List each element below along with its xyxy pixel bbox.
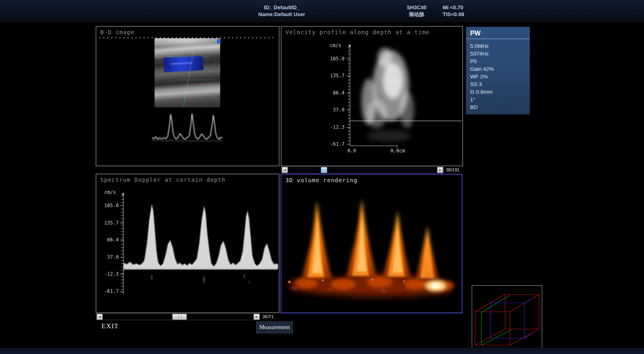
measurement-button[interactable]: Measurement [256,321,293,333]
orientation-cube-wireframe [472,286,542,349]
patient-info: ID:_DefaultID_ Name:Default User [225,4,338,18]
frame-scrollbar-thumb[interactable] [321,167,327,173]
axis-arrow-icon [349,44,351,47]
y-axis-minor-ticks [121,196,123,293]
y-major-tick [120,257,123,257]
x-tick-label: 0.0 [346,148,358,154]
patient-name: Name:Default User [225,11,338,18]
frame-scroll-left-button[interactable]: ◂ [282,167,288,173]
pw-angle: 1° [470,96,526,103]
pw-parameters-panel: PW 5.0MHz 5374Hz P5 Gain 42% WF 2% SS 3 … [466,27,530,115]
time-index-label: 35/T1 [262,314,274,319]
mi-value: MI <0.70 [443,4,487,11]
3d-volume-rendering-image [282,184,461,312]
panel-title: B-D image [100,29,134,35]
y-axis-minor-ticks [348,47,350,145]
pw-gain: Gain 42% [470,65,526,73]
x-tick-label: 0.8cm [387,148,409,154]
roi-marker-icon [217,39,221,44]
b-mode-ultrasound-image[interactable] [155,38,220,107]
panel-3d-volume-rendering[interactable]: 3D volume rendering [281,174,462,313]
probe-info: SH3C40 颈动脉 [386,4,447,18]
pw-parameter-list: 5.0MHz 5374Hz P5 Gain 42% WF 2% SS 3 G 0… [466,39,530,114]
y-tick-label: -12.3 [98,271,119,277]
probe-model: SH3C40 [386,4,447,11]
spectral-doppler-trace [124,195,278,294]
exit-button[interactable]: EXIT [99,322,121,331]
panel-bd-image[interactable]: B-D image [96,26,279,166]
y-tick-label: 37.0 [98,254,119,260]
y-tick-label: -61.7 [98,288,119,294]
velocity-profile-plot [353,45,461,148]
y-tick-label: 135.7 [324,73,345,78]
y-major-tick [120,291,123,292]
volume-orientation-cube[interactable] [472,285,542,349]
exam-preset: 颈动脉 [386,11,447,18]
tis-value: TIS<0.08 [443,11,487,18]
panel-spectrum-doppler[interactable]: Spectrum Doppler at certain depth cm/s 1… [96,174,279,313]
y-tick-label: -12.3 [324,124,345,130]
y-major-tick [347,59,350,59]
panel-title: Velocity profile along depth at a time [285,29,429,35]
pw-prf: 5374Hz [470,50,526,58]
pw-gate-size: G 0.8mm [470,88,526,96]
y-major-tick [347,93,350,93]
bd-spectral-waveform [152,109,223,146]
pw-mode-label: PW [466,27,530,39]
y-major-tick [347,127,350,128]
pw-sweep-speed: SS 3 [470,80,526,88]
pw-wall-filter: WF 2% [470,73,526,80]
panel-velocity-profile[interactable]: Velocity profile along depth at a time c… [281,26,463,166]
time-scroll-right-button[interactable]: ▸ [254,314,260,320]
y-axis [350,47,350,146]
bottom-strip [0,348,644,354]
y-tick-label: 37.0 [324,107,345,113]
y-axis-unit: cm/s [330,43,341,48]
gate-line [178,80,214,80]
time-scrollbar-thumb[interactable] [172,314,187,320]
ultrasound-app-screen: ID:_DefaultID_ Name:Default User SH3C40 … [0,0,644,354]
y-tick-label: 135.7 [98,220,119,226]
y-major-tick [120,223,123,223]
gate-line [181,84,210,84]
frame-scroll-right-button[interactable]: ▸ [437,167,443,173]
pw-power: P5 [470,58,526,65]
time-scroll-left-button[interactable]: ◂ [97,314,103,320]
color-doppler-flow-region [163,56,204,72]
status-bar: ID:_DefaultID_ Name:Default User SH3C40 … [0,0,644,22]
frame-index-label: 38/191 [446,167,460,172]
axis-arrow-icon [122,192,124,195]
y-tick-label: 185.0 [324,56,345,62]
y-major-tick [347,76,350,76]
patient-id: ID:_DefaultID_ [225,4,338,11]
panel-title: Spectrum Doppler at certain depth [100,177,225,183]
y-major-tick [120,274,123,274]
gate-line [168,57,210,57]
pw-bd-mode: BD [470,103,526,111]
y-major-tick [120,206,123,206]
y-major-tick [120,240,123,240]
y-tick-label: -61.7 [324,141,345,147]
acoustic-output-info: MI <0.70 TIS<0.08 [443,4,487,18]
pw-frequency: 5.0MHz [470,42,526,50]
y-tick-label: 185.0 [98,203,119,208]
y-axis-unit: cm/s [104,189,116,195]
frame-scrollbar-track[interactable] [281,167,444,173]
panel-title: 3D volume rendering [285,177,357,183]
y-tick-label: 86.4 [324,90,345,96]
y-tick-label: 86.4 [98,237,119,243]
doppler-beam-line [183,38,196,107]
y-major-tick [347,110,350,110]
y-major-tick [347,144,350,144]
